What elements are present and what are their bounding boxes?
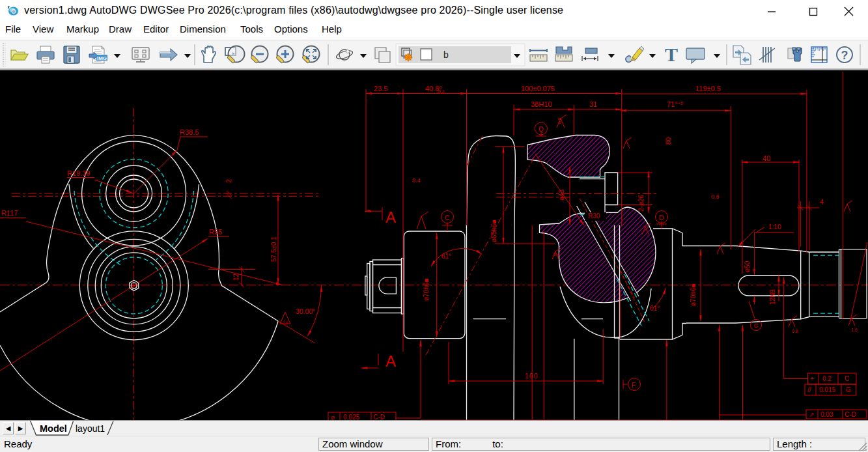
svg-text:100±0.075: 100±0.075 xyxy=(521,85,555,92)
svg-text:0.8: 0.8 xyxy=(792,329,798,333)
svg-text:C-D: C-D xyxy=(845,411,856,418)
svg-text:80: 80 xyxy=(665,137,672,145)
svg-text:F: F xyxy=(632,382,636,389)
svg-text:12N9: 12N9 xyxy=(769,289,776,305)
svg-text:40.80-0.2: 40.80-0.2 xyxy=(425,85,444,94)
svg-text:61°: 61° xyxy=(441,253,451,260)
svg-text:?: ? xyxy=(841,49,848,62)
svg-text:0.025: 0.025 xyxy=(343,414,359,420)
svg-text:30.00°: 30.00° xyxy=(296,307,315,315)
svg-text:C-D: C-D xyxy=(373,414,385,420)
svg-text:61°: 61° xyxy=(650,305,660,312)
svg-text:0.015: 0.015 xyxy=(819,386,835,393)
svg-text:C: C xyxy=(445,214,449,221)
svg-text:C: C xyxy=(845,375,849,382)
svg-text:1:10: 1:10 xyxy=(768,223,781,231)
svg-text:R55: R55 xyxy=(209,228,222,236)
svg-text:12: 12 xyxy=(232,273,240,281)
svg-text:G: G xyxy=(846,386,851,393)
svg-text:R38.5: R38.5 xyxy=(180,128,199,136)
svg-text:ø43: ø43 xyxy=(558,189,565,201)
svg-text:4: 4 xyxy=(820,198,824,206)
svg-text:⌀: ⌀ xyxy=(331,414,335,420)
svg-text:Model: Model xyxy=(40,423,67,434)
svg-text://: // xyxy=(807,386,811,393)
svg-text:0.9: 0.9 xyxy=(557,117,562,124)
svg-text:2-ø26: 2-ø26 xyxy=(637,194,645,212)
svg-text:57.5±0.1: 57.5±0.1 xyxy=(270,236,277,262)
svg-text:G: G xyxy=(754,322,759,329)
svg-text:1.6: 1.6 xyxy=(851,328,858,332)
svg-text:ø70h6■: ø70h6■ xyxy=(690,284,697,306)
svg-text:Q: Q xyxy=(539,126,544,133)
svg-text:2: 2 xyxy=(225,179,232,183)
svg-text:23.5: 23.5 xyxy=(374,85,387,92)
svg-text:layout1: layout1 xyxy=(76,423,105,434)
svg-text:R19.39: R19.39 xyxy=(67,169,90,177)
svg-text:ø65h6■: ø65h6■ xyxy=(490,220,497,242)
svg-text:IMG: IMG xyxy=(97,55,107,61)
svg-text:0.8: 0.8 xyxy=(711,193,720,200)
svg-text:÷: ÷ xyxy=(810,375,814,382)
svg-text:38H10: 38H10 xyxy=(531,100,552,108)
svg-text:0.03: 0.03 xyxy=(820,411,833,418)
svg-text:ø50: ø50 xyxy=(744,261,751,272)
svg-text:100: 100 xyxy=(525,372,539,380)
svg-text:31: 31 xyxy=(589,100,597,108)
svg-text:A: A xyxy=(385,208,396,226)
svg-text:71°+5': 71°+5' xyxy=(667,100,684,108)
svg-text:D: D xyxy=(659,214,664,221)
svg-text:0.4: 0.4 xyxy=(412,177,421,184)
svg-text:119±0.5: 119±0.5 xyxy=(695,85,721,92)
svg-text:R117: R117 xyxy=(1,209,18,217)
svg-text:ø70h6■: ø70h6■ xyxy=(423,279,430,301)
svg-text:0.2: 0.2 xyxy=(822,375,832,382)
svg-text:b: b xyxy=(443,49,449,60)
svg-text:↗: ↗ xyxy=(809,411,814,418)
svg-text:40: 40 xyxy=(763,154,770,162)
svg-text:0.4: 0.4 xyxy=(553,252,560,257)
svg-text:A: A xyxy=(385,352,396,370)
svg-text:R30: R30 xyxy=(588,212,600,219)
svg-text:T: T xyxy=(665,44,678,65)
